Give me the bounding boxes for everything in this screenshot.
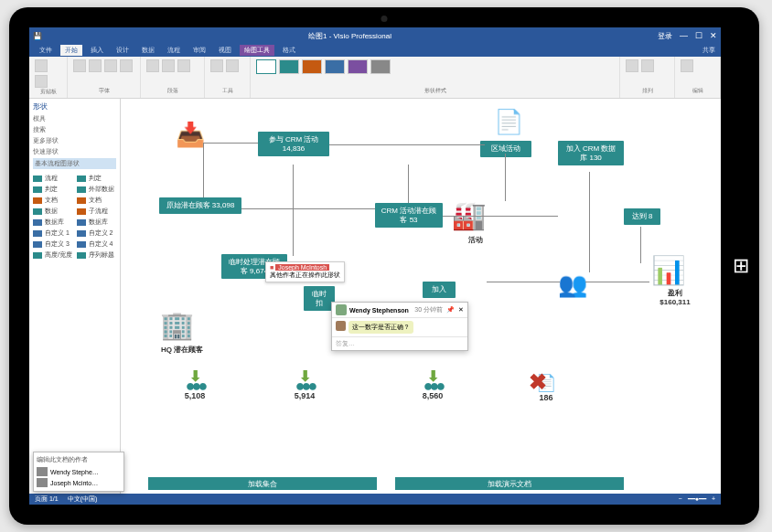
building-icon[interactable]: 🏢 [160,309,194,341]
quick-access-save-icon[interactable]: 💾 [33,32,42,40]
node-raw-leads[interactable]: 原始潜在顾客 33,098 [159,197,241,214]
document-icon[interactable]: 📄 [494,108,523,136]
tab-view[interactable]: 视图 [214,45,236,56]
zoom-in-button[interactable]: + [712,495,715,503]
app-title: 绘图1 - Visio Professional [42,31,658,41]
shape-item[interactable]: 自定义 1 [33,229,73,238]
shape-item[interactable]: 数据库 [33,218,73,227]
people-chat-icon[interactable]: 👥 [558,271,587,299]
shape-item[interactable]: 数据库 [77,218,117,227]
style-swatch[interactable] [256,59,276,74]
node-join[interactable]: 加入 [423,282,456,298]
app-screen: 💾 绘图1 - Visio Professional 登录 — ☐ ✕ 文件 开… [29,27,721,505]
windows-logo: ⊞ [733,254,749,278]
minimize-button[interactable]: — [680,31,688,40]
shape-label: 序列标题 [89,250,114,260]
style-swatch[interactable] [302,59,322,74]
style-swatch[interactable] [370,59,391,74]
tab-home[interactable]: 开始 [60,45,82,56]
tablet-camera [381,16,388,22]
share-button[interactable]: 共享 [702,46,715,55]
document-icon: 📄✖ [523,373,569,393]
pointer-icon[interactable] [210,59,223,72]
shape-item[interactable]: 自定义 3 [33,239,73,249]
shapes-section-selected[interactable]: 基本流程图形状 [33,158,116,169]
color-icon[interactable] [120,59,133,72]
find-icon[interactable] [681,59,693,72]
tab-process[interactable]: 流程 [163,45,185,56]
shape-item[interactable]: 流程 [33,174,73,183]
style-swatch[interactable] [325,59,345,74]
shapes-section[interactable]: 快速形状 [33,147,116,156]
shape-item[interactable]: 判定 [33,185,73,194]
shape-label: 高度/宽度 [45,250,72,260]
shape-item[interactable]: 判定 [77,174,117,183]
tab-file[interactable]: 文件 [35,45,57,56]
tab-insert[interactable]: 插入 [86,45,108,56]
bold-icon[interactable] [89,59,102,72]
align-left-icon[interactable] [146,59,159,72]
ribbon-label-editing: 编辑 [681,87,714,95]
node-region-activity[interactable]: 区域活动 [480,141,531,157]
shape-label: 子流程 [89,207,108,216]
inbox-icon[interactable]: 📥 [176,121,205,149]
tab-review[interactable]: 审阅 [188,45,210,56]
signin-link[interactable]: 登录 [658,31,672,41]
chat-reply-input[interactable]: 答复… [332,336,467,350]
shape-item[interactable]: 文档 [77,196,117,205]
align-right-icon[interactable] [177,59,190,72]
metric-value: 5,914 [282,391,327,400]
node-crm-activity[interactable]: 参与 CRM 活动 14,836 [258,132,329,156]
shape-item[interactable]: 文档 [33,196,73,205]
shape-label: 判定 [89,174,102,183]
align-center-icon[interactable] [162,59,175,72]
coauthor-item[interactable]: Wendy Stephe… [37,466,121,477]
titlebar: 💾 绘图1 - Visio Professional 登录 — ☐ ✕ [29,27,721,44]
shape-item[interactable]: 子流程 [77,207,117,216]
shape-item[interactable]: 数据 [33,207,73,216]
ribbon-group-tools: 工具 [205,57,251,98]
close-button[interactable]: ✕ [710,31,717,40]
tablet-frame: ⊞ 💾 绘图1 - Visio Professional 登录 — ☐ ✕ 文件… [9,7,759,525]
connector [203,143,204,197]
tab-data[interactable]: 数据 [137,45,159,56]
group-icon[interactable] [641,59,654,72]
arrange-icon[interactable] [626,59,638,72]
tab-design[interactable]: 设计 [112,45,134,56]
bottom-banner: 加载集合 [148,477,377,490]
maximize-button[interactable]: ☐ [695,31,702,40]
avatar [336,304,347,315]
node-temp-hold[interactable]: 临时扣 [304,286,335,311]
coauthor-item[interactable]: Joseph Mcinto… [37,477,121,488]
tab-format[interactable]: 格式 [278,45,300,56]
cut-icon[interactable] [35,75,48,88]
connector-icon[interactable] [226,59,239,72]
drawing-canvas[interactable]: 📥 📄 🏭 🏢 👥 📊 参与 CRM 活动 14,836 原始潜在顾客 33,0… [121,99,721,494]
shape-item[interactable]: 自定义 2 [77,229,117,238]
zoom-slider[interactable]: ━━●━━ [688,495,706,503]
zoom-out-button[interactable]: − [679,495,682,503]
shape-item[interactable]: 外部数据 [77,185,117,194]
shapes-section[interactable]: 搜索 [33,125,116,134]
chat-close-button[interactable]: ✕ [458,306,464,314]
shape-label: 自定义 3 [45,239,70,249]
style-swatch[interactable] [279,59,299,74]
contextual-group: 绘图工具 [240,45,274,56]
shapes-section[interactable]: 模具 [33,114,116,123]
pin-icon[interactable]: 📌 [446,306,455,314]
style-swatch[interactable] [348,59,368,74]
shape-item[interactable]: 序列标题 [77,250,117,260]
font-icon[interactable] [73,59,86,72]
ribbon-group-font: 字体 [68,57,141,98]
shape-item[interactable]: 自定义 4 [77,239,117,249]
shapes-section[interactable]: 更多形状 [33,136,116,145]
paste-icon[interactable] [35,59,48,72]
node-crm-db[interactable]: 加入 CRM 数据库 130 [558,141,624,165]
coauthors-popup: 编辑此文档的作者 Wendy Stephe… Joseph Mcinto… [33,452,124,492]
node-reach[interactable]: 达到 8 [624,208,660,225]
node-crm-activity-leads[interactable]: CRM 活动潜在顾客 53 [375,203,443,228]
shape-item[interactable]: 高度/宽度 [33,250,73,260]
italic-icon[interactable] [104,59,117,72]
metric-value: 8,560 [410,391,456,400]
chart-icon[interactable]: 📊 [651,254,685,286]
